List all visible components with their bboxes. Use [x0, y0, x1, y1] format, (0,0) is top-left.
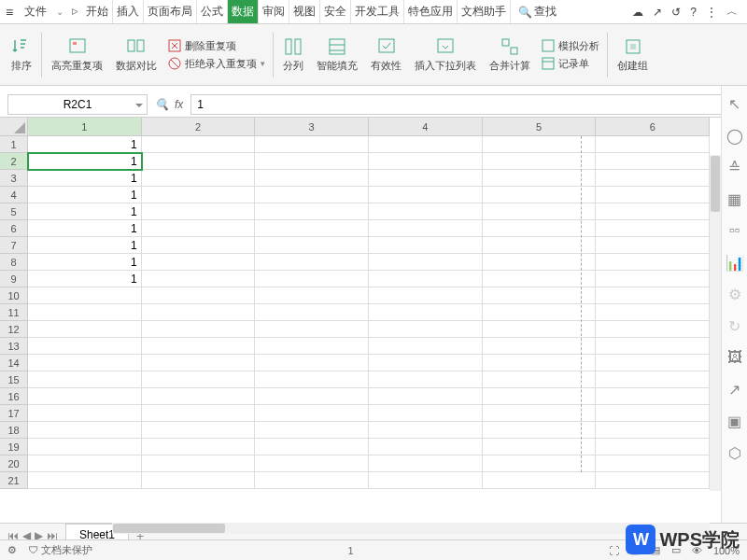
col-header[interactable]: 4 — [369, 118, 483, 135]
cell[interactable] — [483, 355, 597, 371]
cell[interactable] — [596, 388, 710, 405]
share-icon[interactable]: ↗ — [653, 6, 662, 19]
sort-group[interactable]: 排序 — [6, 36, 37, 73]
row-header[interactable]: 15 — [0, 371, 28, 388]
cell[interactable] — [142, 405, 256, 422]
chart-icon[interactable]: 📊 — [726, 254, 743, 271]
cell[interactable] — [28, 472, 142, 489]
cell[interactable] — [483, 338, 597, 355]
cell[interactable] — [369, 203, 483, 220]
cell[interactable] — [369, 304, 483, 321]
cell[interactable] — [483, 271, 597, 287]
cell[interactable] — [142, 220, 256, 237]
cell[interactable] — [596, 220, 710, 237]
tab-3[interactable]: 公式 — [197, 0, 228, 23]
cell[interactable] — [596, 254, 710, 271]
cell[interactable] — [28, 455, 142, 472]
row-header[interactable]: 21 — [0, 472, 28, 489]
cell[interactable] — [255, 439, 369, 455]
cell[interactable] — [255, 254, 369, 271]
cell[interactable] — [255, 220, 369, 237]
styles-icon[interactable]: ≙ — [726, 159, 743, 175]
cell[interactable] — [483, 203, 597, 220]
cell[interactable] — [142, 287, 256, 304]
cell[interactable] — [483, 388, 597, 405]
cell[interactable] — [255, 388, 369, 405]
cell[interactable] — [483, 304, 597, 321]
validity-group[interactable]: 有效性 — [365, 36, 407, 73]
cell[interactable] — [255, 170, 369, 187]
cell[interactable] — [483, 439, 597, 455]
components-icon[interactable]: ▫▫ — [726, 222, 743, 239]
cell[interactable] — [28, 321, 142, 338]
tab-6[interactable]: 视图 — [289, 0, 320, 23]
cell[interactable]: 1 — [28, 254, 142, 271]
cell[interactable] — [369, 472, 483, 489]
horizontal-scrollbar[interactable] — [112, 523, 710, 534]
cell[interactable] — [483, 237, 597, 254]
cell[interactable] — [369, 287, 483, 304]
cell[interactable] — [369, 237, 483, 254]
cell[interactable] — [369, 455, 483, 472]
cell[interactable] — [142, 355, 256, 371]
cell[interactable] — [255, 187, 369, 203]
name-box[interactable]: R2C1 — [7, 94, 148, 115]
tab-7[interactable]: 安全 — [320, 0, 351, 23]
cell[interactable] — [255, 271, 369, 287]
cell[interactable] — [596, 187, 710, 203]
hamburger-icon[interactable]: ≡ — [0, 5, 19, 20]
col-header[interactable]: 5 — [483, 118, 597, 135]
cell[interactable] — [483, 371, 597, 388]
cell[interactable] — [28, 287, 142, 304]
more-icon[interactable]: ⋮ — [706, 6, 717, 19]
cell[interactable] — [483, 220, 597, 237]
col-header[interactable]: 2 — [142, 118, 256, 135]
cell[interactable]: 1 — [28, 237, 142, 254]
row-header[interactable]: 11 — [0, 304, 28, 321]
cell[interactable] — [142, 472, 256, 489]
cell[interactable] — [255, 371, 369, 388]
row-header[interactable]: 12 — [0, 321, 28, 338]
cell[interactable] — [369, 187, 483, 203]
cell[interactable] — [255, 355, 369, 371]
cell[interactable]: 1 — [28, 187, 142, 203]
cell[interactable] — [369, 153, 483, 170]
cell[interactable] — [483, 422, 597, 439]
cell[interactable] — [255, 237, 369, 254]
tab-2[interactable]: 页面布局 — [144, 0, 197, 23]
cell[interactable] — [369, 170, 483, 187]
cell[interactable] — [369, 355, 483, 371]
cell[interactable] — [596, 271, 710, 287]
cell[interactable] — [255, 422, 369, 439]
protect-status[interactable]: 🛡 文档未保护 — [28, 543, 92, 557]
help-icon[interactable]: ? — [690, 6, 697, 19]
cube-icon[interactable]: ⬡ — [726, 444, 743, 461]
cell[interactable] — [142, 371, 256, 388]
cell[interactable]: 1 — [28, 220, 142, 237]
cell[interactable] — [369, 371, 483, 388]
cell[interactable] — [483, 136, 597, 153]
cell[interactable] — [596, 371, 710, 388]
cell[interactable] — [483, 472, 597, 489]
row-header[interactable]: 19 — [0, 439, 28, 455]
cell[interactable] — [255, 304, 369, 321]
image-icon[interactable]: 🖼 — [726, 349, 743, 366]
cell[interactable] — [142, 203, 256, 220]
row-header[interactable]: 5 — [0, 203, 28, 220]
row-header[interactable]: 7 — [0, 237, 28, 254]
cell[interactable] — [483, 287, 597, 304]
tab-4[interactable]: 数据 — [228, 0, 259, 23]
gallery-icon[interactable]: ▣ — [726, 413, 743, 429]
cell[interactable] — [142, 136, 256, 153]
col-header[interactable]: 3 — [255, 118, 369, 135]
cell[interactable] — [142, 187, 256, 203]
cell[interactable] — [142, 388, 256, 405]
cell[interactable]: 1 — [28, 271, 142, 287]
cell[interactable] — [142, 422, 256, 439]
cell[interactable]: 1 — [28, 136, 142, 153]
tab-1[interactable]: 插入 — [113, 0, 144, 23]
row-header[interactable]: 20 — [0, 455, 28, 472]
row-header[interactable]: 1 — [0, 136, 28, 153]
cell[interactable] — [369, 254, 483, 271]
cell[interactable] — [369, 388, 483, 405]
